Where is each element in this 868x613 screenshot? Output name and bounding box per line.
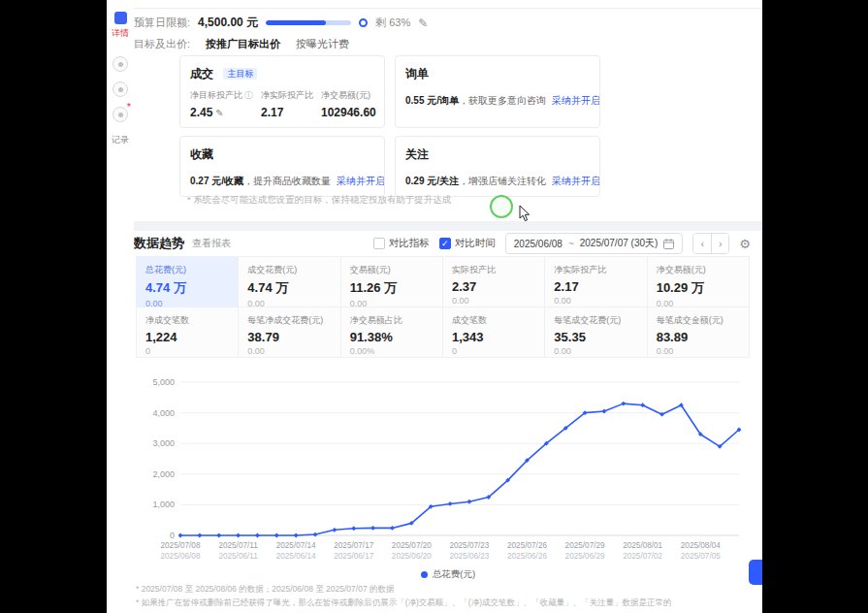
svg-text:2025/06/29: 2025/06/29 [565,552,605,561]
compare-time-label: 对比时间 [455,237,496,250]
suggest-price: 0.29 元/关注 [405,176,459,186]
floating-side-button[interactable] [749,560,762,585]
compare-metric-label: 对比指标 [389,237,430,250]
metric-value: 2.37 [452,279,535,294]
metric-label: 净实际投产比 [554,264,637,276]
svg-text:4,000: 4,000 [152,408,175,418]
sidebar-icon-2[interactable] [113,81,128,97]
svg-text:2025/06/14: 2025/06/14 [276,552,316,561]
metric-card-5[interactable]: 净实际投产比2.170.00 [545,257,647,307]
metric-card-1[interactable]: 总花费(元)4.74 万0.00 [137,257,239,307]
goal-cards-grid: 成交 主目标 净目标投产比 ⓘ 2.45✎ 净实际投产比 [179,55,600,197]
metric-label: 净成交笔数 [145,314,229,327]
svg-text:3,000: 3,000 [152,438,175,448]
metric-card-3[interactable]: 交易额(元)11.26 万0.00 [341,257,443,307]
mini-sidebar: 详情 * 记录 [107,0,134,613]
metric-net-gmv: 净交易额(元) 102946.60 [321,89,376,119]
metric-card-4[interactable]: 实际投产比2.370.00 [443,257,545,307]
goal-card-primary: 成交 主目标 净目标投产比 ⓘ 2.45✎ 净实际投产比 [179,55,385,128]
metric-label: 每笔成交金额(元) [657,314,740,327]
date-range-picker[interactable]: 2025/06/08 ~ 2025/07/07 (30天) [505,233,684,254]
goal-note: * 系统会尽可能达成您设置的目标，保持稳定投放有助于提升达成 [187,194,451,207]
goal-title: 关注 [405,146,429,163]
metric-value: 1,224 [145,330,229,344]
svg-text:2025/06/20: 2025/06/20 [392,552,432,561]
metric-compare-value: 0.00 [247,346,331,356]
metric-value: 38.79 [247,330,331,344]
metric-compare-value: 0.00 [452,296,535,306]
metric-value: 102946.60 [321,106,376,119]
metric-value: 10.29 万 [657,279,740,297]
metric-label: 净交易额占比 [350,314,434,327]
metric-card-12[interactable]: 每笔成交金额(元)83.890.00 [648,307,750,358]
svg-text:2025/07/17: 2025/07/17 [334,541,373,550]
legend-label: 总花费(元) [433,568,475,579]
gear-icon[interactable]: ⚙ [739,237,751,251]
metric-value: 2.17 [554,279,637,294]
edit-pencil-icon[interactable]: ✎ [418,16,428,30]
budget-remaining: 剩 63% [375,16,410,30]
trend-title: 数据趋势 [134,235,184,252]
metric-value: 2.17 [261,106,313,119]
adopt-and-enable-link[interactable]: 采纳并开启 [337,176,385,186]
sidebar-icon-1[interactable] [113,56,128,72]
sidebar-icon-3[interactable]: * [113,107,128,122]
adopt-and-enable-link[interactable]: 采纳并开启 [552,176,600,186]
metric-value: 35.35 [554,330,637,344]
next-period-button[interactable]: › [711,234,728,253]
tab-bid-by-goal[interactable]: 按推广目标出价 [206,37,280,51]
edit-pencil-icon[interactable]: ✎ [215,108,223,118]
info-icon[interactable]: ⓘ [244,89,253,102]
svg-text:0: 0 [170,531,175,540]
goal-title: 成交 [190,66,213,82]
click-highlight-ring [490,195,513,218]
goal-card-follow: 关注 0.29 元/关注，增强店铺关注转化采纳并开启 [395,136,600,197]
budget-status-icon [359,18,368,27]
trend-chart: 01,0002,0003,0004,0005,0002025/07/082025… [134,371,762,565]
checkbox-icon: ✓ [439,238,451,249]
mouse-cursor-icon [519,206,530,222]
metric-label: 总花费(元) [145,264,229,276]
metric-compare-value: 0 [452,346,535,356]
metric-label: 成交花费(元) [247,264,331,276]
budget-label: 预算日限额: [134,16,190,30]
metric-target-roi: 净目标投产比 ⓘ 2.45✎ [190,89,253,119]
prev-period-button[interactable]: ‹ [693,234,711,253]
goal-card-header: 成交 主目标 [190,64,374,82]
metric-card-7[interactable]: 净成交笔数1,2240 [137,307,239,358]
metric-card-2[interactable]: 成交花费(元)4.74 万0.00 [239,257,340,307]
date-start: 2025/06/08 [514,239,563,249]
notification-asterisk: * [127,102,131,113]
metric-value: 2.45 [190,106,212,119]
sidebar-item-record[interactable]: 记录 [107,134,134,146]
metric-label: 每笔净成交花费(元) [247,314,331,327]
view-report-link[interactable]: 查看报表 [192,237,231,250]
date-end: 2025/07/07 (30天) [580,237,659,250]
metric-label: 净交易额(元) [657,264,740,276]
circle-icon [118,113,123,117]
compare-metric-checkbox[interactable]: 对比指标 [373,237,430,250]
section-divider [133,221,762,231]
line-chart[interactable]: 01,0002,0003,0004,0005,0002025/07/082025… [134,371,762,565]
footnote-1: * 2025/07/08 至 2025/08/06 的数据；2025/06/08… [136,583,747,597]
metric-card-6[interactable]: 净交易额(元)10.29 万0.00 [648,257,750,307]
svg-text:2025/08/04: 2025/08/04 [681,541,721,550]
metric-card-9[interactable]: 净交易额占比91.38%0.00% [341,307,443,358]
goal-metrics: 净目标投产比 ⓘ 2.45✎ 净实际投产比 2.17 净交易额(元) 10294… [190,89,374,119]
goal-title: 询单 [405,66,429,82]
metric-compare-value: 0.00 [657,346,740,356]
primary-goal-badge: 主目标 [223,68,257,80]
svg-text:2025/06/23: 2025/06/23 [449,552,489,561]
metric-card-11[interactable]: 每笔成交花费(元)35.350.00 [545,307,647,358]
goal-card-favorite: 收藏 0.27 元/收藏，提升商品收藏数量采纳并开启 [179,136,385,197]
adopt-and-enable-link[interactable]: 采纳并开启 [552,95,600,106]
compare-time-checkbox[interactable]: ✓ 对比时间 [439,237,496,250]
tab-bid-by-impression[interactable]: 按曝光计费 [296,37,349,51]
sidebar-item-detail[interactable]: 详情 [107,12,134,40]
metric-card-10[interactable]: 成交笔数1,3430 [443,307,545,358]
legend-dot-icon [421,571,428,578]
budget-value: 4,500.00 元 [198,15,258,31]
metric-card-8[interactable]: 每笔净成交花费(元)38.790.00 [239,307,340,358]
bidding-row: 目标及出价: 按推广目标出价 按曝光计费 [134,37,349,51]
date-separator: ~ [568,239,574,249]
